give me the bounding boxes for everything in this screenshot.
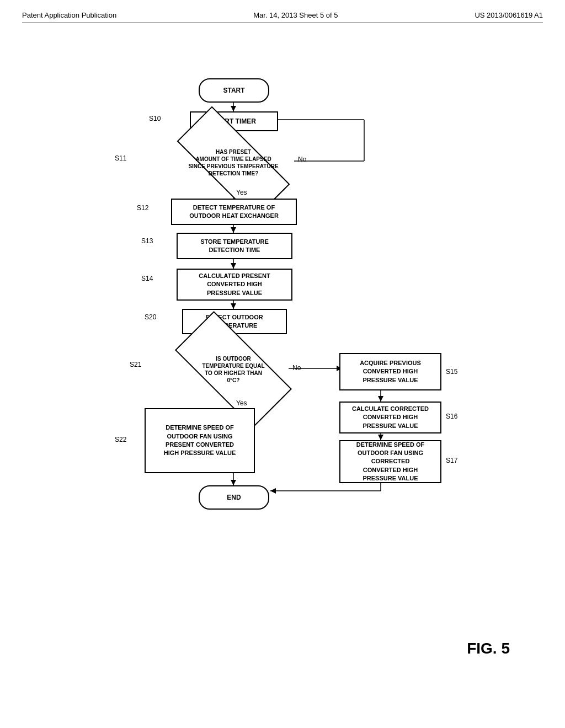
label-s21: S21	[130, 361, 141, 368]
s22-text: DETERMINE SPEED OFOUTDOOR FAN USINGPRESE…	[164, 424, 236, 458]
s12-node: DETECT TEMPERATURE OFOUTDOOR HEAT EXCHAN…	[171, 199, 297, 225]
svg-marker-1	[231, 106, 236, 111]
flowchart: START S10 START TIMER S11 HAS PRESETAMOU…	[22, 40, 543, 690]
end-label: END	[227, 494, 241, 501]
svg-marker-11	[231, 227, 236, 233]
start-node: START	[199, 78, 269, 103]
s11-inner: HAS PRESETAMOUNT OF TIME ELAPSEDSINCE PR…	[179, 139, 287, 186]
s17-text: DETERMINE SPEED OFOUTDOOR FAN USINGCORRE…	[356, 441, 424, 483]
header-right: US 2013/0061619 A1	[475, 11, 543, 19]
s21-inner: IS OUTDOORTEMPERATURE EQUALTO OR HIGHER …	[179, 343, 287, 396]
s16-text: CALCULATE CORRECTEDCONVERTED HIGHPRESSUR…	[352, 405, 429, 430]
s21-no-label: No	[292, 364, 301, 372]
s21-text: IS OUTDOORTEMPERATURE EQUALTO OR HIGHER …	[202, 355, 264, 384]
svg-marker-13	[231, 263, 236, 269]
label-s16: S16	[446, 413, 457, 420]
label-s13: S13	[141, 237, 153, 245]
label-s20: S20	[145, 313, 156, 321]
label-s15: S15	[446, 368, 457, 376]
s14-node: CALCULATED PRESENTCONVERTED HIGHPRESSURE…	[177, 269, 292, 301]
s13-text: STORE TEMPERATUREDETECTION TIME	[200, 238, 269, 255]
s15-text: ACQUIRE PREVIOUSCONVERTED HIGHPRESSURE V…	[360, 359, 421, 384]
label-s11: S11	[115, 154, 126, 162]
s11-text: HAS PRESETAMOUNT OF TIME ELAPSEDSINCE PR…	[188, 148, 278, 177]
s17-node: DETERMINE SPEED OFOUTDOOR FAN USINGCORRE…	[339, 440, 441, 483]
start-label: START	[223, 87, 244, 94]
s14-text: CALCULATED PRESENTCONVERTED HIGHPRESSURE…	[199, 272, 270, 297]
s22-node: DETERMINE SPEED OFOUTDOOR FAN USINGPRESE…	[145, 408, 255, 473]
label-s12: S12	[137, 204, 148, 212]
fig-label: FIG. 5	[467, 640, 510, 657]
page: Patent Application Publication Mar. 14, …	[0, 0, 565, 728]
header: Patent Application Publication Mar. 14, …	[22, 11, 543, 23]
s13-node: STORE TEMPERATUREDETECTION TIME	[177, 233, 292, 259]
s11-yes-label: Yes	[236, 189, 247, 196]
svg-marker-15	[231, 303, 236, 309]
svg-marker-30	[270, 488, 276, 494]
svg-marker-25	[378, 435, 383, 440]
svg-marker-27	[231, 480, 236, 485]
label-s17: S17	[446, 457, 457, 464]
label-s22: S22	[115, 436, 126, 443]
svg-marker-23	[378, 396, 383, 402]
s16-node: CALCULATE CORRECTEDCONVERTED HIGHPRESSUR…	[339, 402, 441, 433]
s21-yes-label: Yes	[236, 399, 247, 407]
header-left: Patent Application Publication	[22, 11, 116, 19]
s12-text: DETECT TEMPERATURE OFOUTDOOR HEAT EXCHAN…	[189, 204, 279, 221]
s15-node: ACQUIRE PREVIOUSCONVERTED HIGHPRESSURE V…	[339, 353, 441, 390]
label-s14: S14	[141, 275, 153, 282]
label-s10: S10	[149, 115, 161, 122]
header-center: Mar. 14, 2013 Sheet 5 of 5	[253, 11, 338, 19]
end-node: END	[199, 485, 269, 510]
s11-no-label: No	[298, 156, 306, 163]
